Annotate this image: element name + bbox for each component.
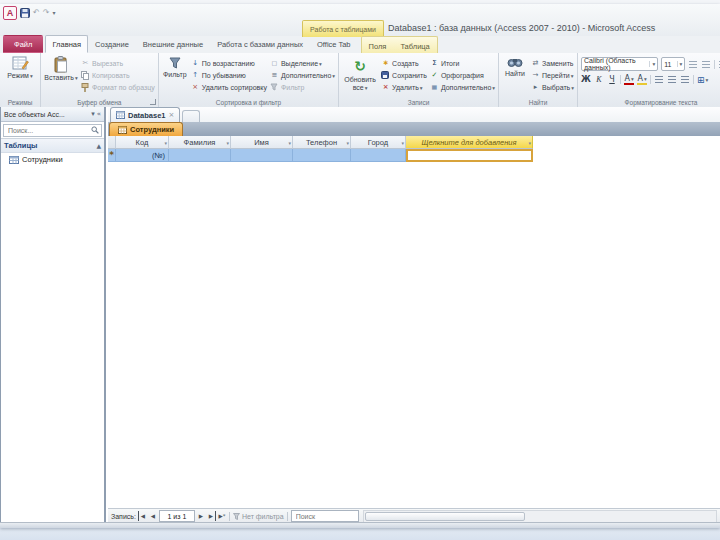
- gridlines-button[interactable]: [697, 75, 708, 85]
- replace-button[interactable]: Заменить: [531, 58, 574, 68]
- cell-firstname[interactable]: [231, 149, 293, 162]
- selection-button[interactable]: Выделение: [270, 58, 335, 68]
- cut-button[interactable]: ✂ Вырезать: [81, 58, 155, 68]
- column-header-id[interactable]: Код: [116, 136, 169, 149]
- align-right-icon[interactable]: [680, 75, 690, 85]
- find-button[interactable]: Найти: [502, 55, 528, 95]
- toggle-filter-label: Фильтр: [281, 84, 305, 91]
- group-label-clipboard: Буфер обмена: [41, 99, 158, 106]
- cell-phone[interactable]: [293, 149, 351, 162]
- last-record-icon[interactable]: [207, 511, 216, 521]
- align-center-icon[interactable]: [667, 75, 677, 85]
- record-position[interactable]: 1 из 1: [159, 510, 195, 522]
- numbering-icon[interactable]: [701, 59, 711, 69]
- horizontal-scrollbar[interactable]: [363, 510, 717, 523]
- spelling-button[interactable]: Орфография: [430, 70, 495, 80]
- select-all-stub[interactable]: [108, 136, 116, 149]
- underline-button[interactable]: [607, 75, 617, 85]
- navigation-pane-header[interactable]: Все объекты Acc... «: [1, 107, 104, 122]
- totals-button[interactable]: Итоги: [430, 58, 495, 68]
- filter-status[interactable]: Нет фильтра: [233, 513, 284, 520]
- column-dropdown-icon[interactable]: [346, 140, 349, 146]
- column-dropdown-icon[interactable]: [288, 140, 291, 146]
- tab-create[interactable]: Создание: [88, 35, 136, 53]
- nav-item-table[interactable]: Сотрудники: [1, 153, 104, 166]
- goto-icon: [531, 71, 540, 80]
- paste-button[interactable]: Вставить: [44, 55, 78, 95]
- search-icon[interactable]: [91, 126, 99, 134]
- redo-icon[interactable]: [43, 8, 50, 18]
- bullets-icon[interactable]: [688, 59, 698, 69]
- column-header-firstname[interactable]: Имя: [231, 136, 293, 149]
- cell-lastname[interactable]: [169, 149, 231, 162]
- cell-city[interactable]: [351, 149, 406, 162]
- nav-group-tables[interactable]: Таблицы ▲: [1, 139, 104, 153]
- column-dropdown-icon[interactable]: [528, 140, 531, 146]
- copy-button[interactable]: Копировать: [81, 70, 155, 80]
- sort-ascending-button[interactable]: По возрастанию: [191, 58, 267, 68]
- document-tab-employees[interactable]: Сотрудники: [109, 122, 183, 136]
- first-record-icon[interactable]: [138, 511, 147, 521]
- filter-icon: [168, 56, 182, 70]
- font-size-combo[interactable]: 11: [661, 57, 685, 71]
- tab-database-tools[interactable]: Работа с базами данных: [210, 35, 310, 53]
- document-area: Database1 × Сотрудники Код: [108, 107, 720, 523]
- filter-button[interactable]: Фильтр: [162, 55, 188, 95]
- tab-external-data[interactable]: Внешние данные: [136, 35, 210, 53]
- goto-button[interactable]: Перейти: [531, 70, 574, 80]
- column-dropdown-icon[interactable]: [164, 140, 167, 146]
- column-header-city[interactable]: Город: [351, 136, 406, 149]
- tab-office-tab[interactable]: Office Tab: [310, 35, 358, 53]
- access-logo-icon[interactable]: A: [3, 6, 17, 20]
- column-header-phone[interactable]: Телефон: [293, 136, 351, 149]
- column-dropdown-icon[interactable]: [226, 140, 229, 146]
- customize-qat-icon[interactable]: [52, 9, 55, 16]
- save-record-button[interactable]: Сохранить: [381, 70, 427, 80]
- sort-descending-label: По убыванию: [202, 72, 246, 79]
- select-button[interactable]: Выбрать: [531, 82, 574, 92]
- column-header-lastname[interactable]: Фамилия: [169, 136, 231, 149]
- column-header-click-to-add[interactable]: Щелкните для добавления: [406, 136, 533, 149]
- sort-descending-button[interactable]: По убыванию: [191, 70, 267, 80]
- align-left-icon[interactable]: [654, 75, 664, 85]
- next-record-icon[interactable]: [197, 511, 205, 521]
- undo-icon[interactable]: [33, 8, 40, 18]
- tab-home[interactable]: Главная: [45, 35, 88, 53]
- bold-button[interactable]: [581, 75, 591, 85]
- delete-record-button[interactable]: Удалить: [381, 82, 427, 92]
- shutter-close-icon[interactable]: «: [97, 110, 101, 118]
- font-name-dropdown-icon: [649, 61, 655, 67]
- column-dropdown-icon[interactable]: [401, 140, 404, 146]
- advanced-filter-button[interactable]: Дополнительно: [270, 70, 335, 80]
- nav-menu-dropdown-icon[interactable]: [91, 110, 95, 118]
- italic-button[interactable]: [594, 75, 604, 85]
- replace-label: Заменить: [542, 60, 573, 67]
- scrollbar-thumb[interactable]: [365, 512, 526, 521]
- view-button-label: Режим: [7, 72, 32, 80]
- database-file-tab[interactable]: Database1 ×: [110, 107, 180, 122]
- new-record-button[interactable]: Создать: [381, 58, 427, 68]
- access-window: A Работа с таблицами Database1 : база да…: [0, 4, 720, 528]
- toggle-filter-button[interactable]: Фильтр: [270, 82, 335, 92]
- font-color-button[interactable]: [624, 74, 634, 85]
- remove-sort-button[interactable]: Удалить сортировку: [191, 82, 267, 92]
- nav-search-input[interactable]: [6, 126, 91, 135]
- save-icon[interactable]: [20, 8, 30, 18]
- view-button[interactable]: Режим: [3, 55, 37, 95]
- collapse-group-icon[interactable]: ▲: [96, 142, 101, 149]
- new-blank-record-icon[interactable]: [218, 511, 226, 521]
- font-name-combo[interactable]: Calibri (Область данных): [581, 57, 658, 71]
- tab-stub[interactable]: [182, 110, 200, 122]
- record-selector[interactable]: [108, 149, 116, 162]
- format-painter-button[interactable]: Формат по образцу: [81, 82, 155, 92]
- previous-record-icon[interactable]: [149, 511, 157, 521]
- tab-file[interactable]: Файл: [3, 35, 43, 53]
- more-records-button[interactable]: Дополнительно: [430, 82, 495, 92]
- window-title: Database1 : база данных (Access 2007 - 2…: [388, 23, 655, 33]
- refresh-all-button[interactable]: Обновить все: [342, 55, 378, 95]
- active-new-field-cell[interactable]: [406, 149, 533, 162]
- background-color-button[interactable]: [637, 74, 647, 85]
- cell-id[interactable]: (№): [116, 149, 169, 162]
- record-search-input[interactable]: [294, 512, 356, 521]
- close-tab-icon[interactable]: ×: [169, 111, 175, 119]
